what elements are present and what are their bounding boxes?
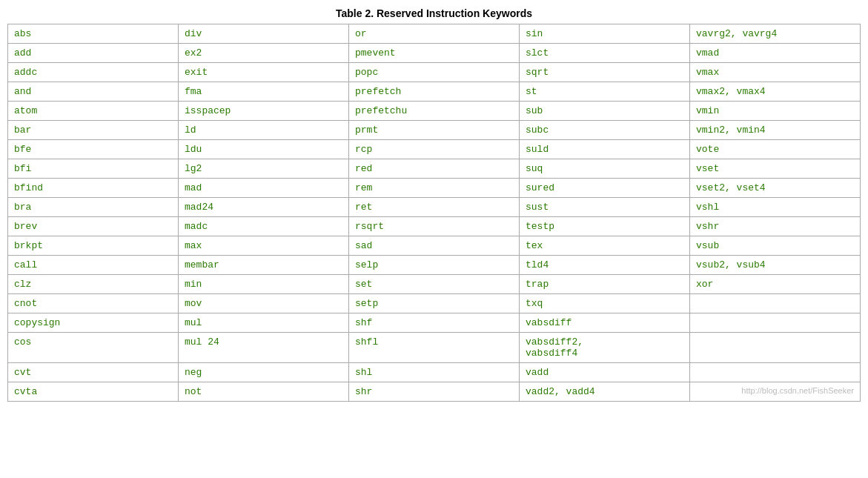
table-cell: neg — [179, 363, 349, 382]
table-cell: vmax2, vmax4 — [690, 82, 861, 102]
table-cell: txq — [520, 294, 690, 313]
table-cell: subc — [520, 121, 690, 140]
table-cell: bra — [8, 198, 179, 217]
table-cell: mad24 — [179, 198, 349, 217]
table-cell: sured — [520, 179, 690, 198]
table-cell: exit — [179, 63, 349, 82]
table-cell: suq — [520, 159, 690, 179]
table-cell: vset2, vset4 — [690, 179, 861, 198]
table-cell: brev — [8, 217, 179, 236]
table-cell: atom — [8, 102, 179, 121]
table-cell: shl — [349, 363, 520, 382]
table-cell: vmad — [690, 44, 861, 63]
table-cell: sub — [520, 102, 690, 121]
table-cell: max — [179, 236, 349, 256]
table-cell: call — [8, 256, 179, 275]
table-cell — [690, 333, 861, 363]
table-cell — [690, 313, 861, 333]
table-cell: cos — [8, 333, 179, 363]
table-cell: not — [179, 382, 349, 402]
table-cell: tld4 — [520, 256, 690, 275]
table-cell: shfl — [349, 333, 520, 363]
table-cell: rcp — [349, 140, 520, 159]
table-cell: pmevent — [349, 44, 520, 63]
table-cell: prefetch — [349, 82, 520, 102]
table-cell: mul 24 — [179, 333, 349, 363]
table-cell: or — [349, 24, 520, 44]
table-cell: rem — [349, 179, 520, 198]
table-cell: abs — [8, 24, 179, 44]
table-cell: lg2 — [179, 159, 349, 179]
table-cell: vote — [690, 140, 861, 159]
table-cell: copysign — [8, 313, 179, 333]
table-cell: rsqrt — [349, 217, 520, 236]
table-cell: xor — [690, 275, 861, 294]
table-cell: set — [349, 275, 520, 294]
table-cell: cnot — [8, 294, 179, 313]
table-cell: addc — [8, 63, 179, 82]
table-cell: sin — [520, 24, 690, 44]
table-cell: tex — [520, 236, 690, 256]
table-cell: sqrt — [520, 63, 690, 82]
table-cell: ret — [349, 198, 520, 217]
table-cell: vshl — [690, 198, 861, 217]
table-cell: clz — [8, 275, 179, 294]
table-cell: vsub — [690, 236, 861, 256]
table-cell: selp — [349, 256, 520, 275]
table-cell: bfe — [8, 140, 179, 159]
table-cell: vabsdiff2,vabsdiff4 — [520, 333, 690, 363]
table-cell: testp — [520, 217, 690, 236]
table-cell: div — [179, 24, 349, 44]
table-cell: sust — [520, 198, 690, 217]
table-cell: brkpt — [8, 236, 179, 256]
table-cell: vadd — [520, 363, 690, 382]
table-cell: ld — [179, 121, 349, 140]
table-cell: vsub2, vsub4 — [690, 256, 861, 275]
table-cell: vset — [690, 159, 861, 179]
table-cell: cvt — [8, 363, 179, 382]
table-cell: ldu — [179, 140, 349, 159]
table-cell: red — [349, 159, 520, 179]
table-cell — [690, 294, 861, 313]
table-cell: shf — [349, 313, 520, 333]
keywords-table: absdivorsinvavrg2, vavrg4addex2pmeventsl… — [7, 24, 861, 402]
table-cell: cvta — [8, 382, 179, 402]
table-cell: sad — [349, 236, 520, 256]
table-cell: madc — [179, 217, 349, 236]
table-cell: vadd2, vadd4 — [520, 382, 690, 402]
table-cell: slct — [520, 44, 690, 63]
table-cell: mov — [179, 294, 349, 313]
table-cell: shr — [349, 382, 520, 402]
table-cell: min — [179, 275, 349, 294]
table-cell: suld — [520, 140, 690, 159]
table-cell: vmax — [690, 63, 861, 82]
page-title: Table 2. Reserved Instruction Keywords — [7, 7, 861, 19]
table-cell: http://blog.csdn.net/FishSeeker — [690, 382, 861, 402]
table-cell: mad — [179, 179, 349, 198]
table-cell: st — [520, 82, 690, 102]
table-cell: mul — [179, 313, 349, 333]
table-cell — [690, 363, 861, 382]
table-cell: ex2 — [179, 44, 349, 63]
table-cell: vabsdiff — [520, 313, 690, 333]
table-cell: and — [8, 82, 179, 102]
table-cell: bfi — [8, 159, 179, 179]
table-cell: popc — [349, 63, 520, 82]
table-cell: vmin2, vmin4 — [690, 121, 861, 140]
watermark-text: http://blog.csdn.net/FishSeeker — [696, 386, 854, 395]
table-cell: prmt — [349, 121, 520, 140]
table-cell: fma — [179, 82, 349, 102]
table-cell: isspacep — [179, 102, 349, 121]
table-cell: vmin — [690, 102, 861, 121]
table-cell: setp — [349, 294, 520, 313]
table-cell: bar — [8, 121, 179, 140]
table-cell: membar — [179, 256, 349, 275]
table-cell: prefetchu — [349, 102, 520, 121]
table-cell: vshr — [690, 217, 861, 236]
table-cell: add — [8, 44, 179, 63]
table-cell: trap — [520, 275, 690, 294]
table-cell: vavrg2, vavrg4 — [690, 24, 861, 44]
table-cell: bfind — [8, 179, 179, 198]
